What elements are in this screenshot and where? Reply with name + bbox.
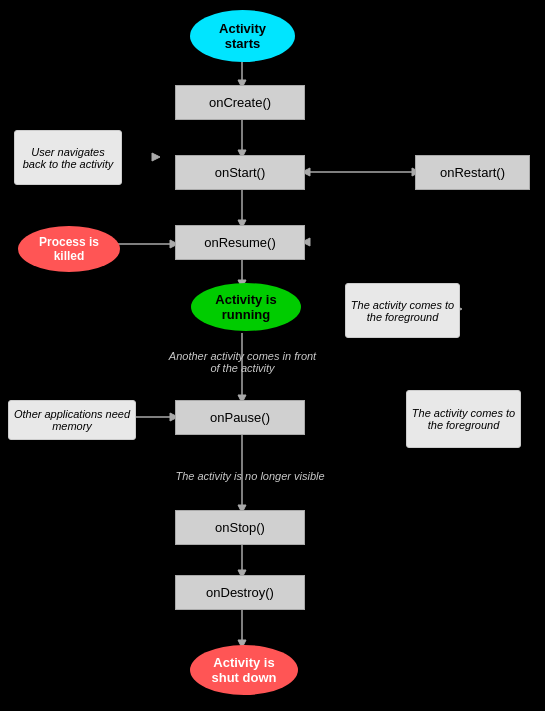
activity-starts-node: Activity starts: [190, 10, 295, 62]
on-create-node: onCreate(): [175, 85, 305, 120]
activity-starts-label: Activity starts: [219, 21, 266, 51]
on-pause-node: onPause(): [175, 400, 305, 435]
on-restart-node: onRestart(): [415, 155, 530, 190]
on-resume-node: onResume(): [175, 225, 305, 260]
on-stop-label: onStop(): [215, 520, 265, 535]
on-stop-node: onStop(): [175, 510, 305, 545]
on-resume-label: onResume(): [204, 235, 276, 250]
activity-shutdown-label: Activity is shut down: [212, 655, 277, 685]
on-destroy-node: onDestroy(): [175, 575, 305, 610]
on-start-node: onStart(): [175, 155, 305, 190]
foreground-upper-label: The activity comes to the foreground: [345, 283, 460, 338]
on-start-label: onStart(): [215, 165, 266, 180]
another-activity-label: Another activity comes in front of the a…: [165, 342, 320, 382]
on-destroy-label: onDestroy(): [206, 585, 274, 600]
on-create-label: onCreate(): [209, 95, 271, 110]
foreground-lower-label: The activity comes to the foreground: [406, 390, 521, 448]
activity-shutdown-node: Activity is shut down: [190, 645, 298, 695]
activity-running-node: Activity is running: [191, 283, 301, 331]
on-pause-label: onPause(): [210, 410, 270, 425]
on-restart-label: onRestart(): [440, 165, 505, 180]
process-killed-node: Process is killed: [18, 226, 120, 272]
svg-marker-20: [152, 153, 160, 161]
user-navigates-label: User navigates back to the activity: [14, 130, 122, 185]
activity-running-label: Activity is running: [215, 292, 276, 322]
other-apps-label: Other applications need memory: [8, 400, 136, 440]
no-longer-visible-label: The activity is no longer visible: [150, 463, 350, 488]
